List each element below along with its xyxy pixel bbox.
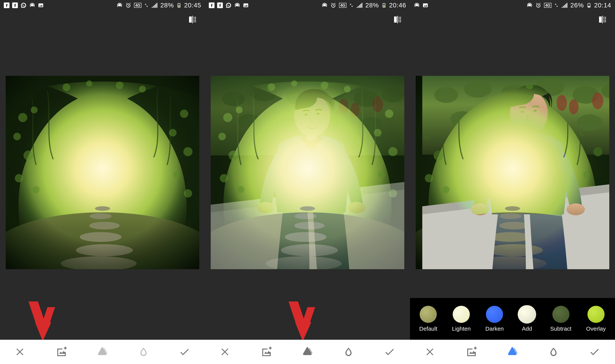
styles-button[interactable] <box>506 345 519 359</box>
blend-mode-lighten[interactable]: Lighten <box>452 306 471 332</box>
data-updown-icon <box>144 3 149 8</box>
status-bar: 4G 28% 20:45 <box>0 0 205 11</box>
screenshot-panel-2: 4G 28% 20:46 <box>205 0 410 364</box>
data-updown-icon <box>554 3 559 8</box>
network-badge: 4G <box>134 3 141 8</box>
facebook-icon <box>217 2 223 8</box>
alarm-icon <box>330 2 336 8</box>
confirm-button[interactable] <box>383 345 396 359</box>
confirm-button[interactable] <box>588 345 601 359</box>
hotspot-icon <box>234 2 240 8</box>
screenshot-panel-3: 4G 26% 20:14 Default <box>410 0 615 364</box>
styles-button[interactable] <box>301 345 314 359</box>
bottom-toolbar <box>410 340 615 364</box>
battery-icon <box>587 2 591 9</box>
hotspot-icon <box>29 2 35 8</box>
blend-mode-darken[interactable]: Darken <box>485 306 504 332</box>
hotspot-icon <box>322 2 328 8</box>
editor-canvas[interactable] <box>211 76 404 269</box>
clock: 20:14 <box>594 1 611 9</box>
editor-canvas[interactable] <box>6 76 199 269</box>
facebook-icon <box>12 2 18 8</box>
battery-percent: 28% <box>160 1 174 9</box>
bottom-toolbar <box>205 340 410 364</box>
editor-canvas[interactable] <box>416 76 609 269</box>
blend-mode-add[interactable]: Add <box>518 306 535 332</box>
blend-mode-bar: Default Lighten Darken Add Subtract Over… <box>410 298 615 340</box>
hotspot-icon <box>414 2 420 8</box>
signal-icon <box>356 2 363 9</box>
add-image-button[interactable] <box>260 345 273 359</box>
alarm-icon <box>125 2 131 8</box>
cancel-button[interactable] <box>424 345 437 359</box>
whatsapp-icon <box>21 2 27 8</box>
app-top-bar <box>410 11 615 29</box>
styles-button[interactable] <box>96 345 109 359</box>
data-updown-icon <box>349 3 354 8</box>
hotspot-icon <box>527 2 533 8</box>
cancel-button[interactable] <box>219 345 232 359</box>
battery-percent: 26% <box>570 1 584 9</box>
facebook-icon <box>209 2 215 8</box>
confirm-button[interactable] <box>178 345 191 359</box>
gallery-icon <box>423 2 428 8</box>
signal-icon <box>561 2 568 9</box>
add-image-button[interactable] <box>55 345 68 359</box>
status-bar: 4G 28% 20:46 <box>205 0 410 11</box>
blend-mode-overlay[interactable]: Overlay <box>586 306 606 332</box>
cancel-button[interactable] <box>14 345 27 359</box>
network-badge: 4G <box>544 3 551 8</box>
alarm-icon <box>535 2 541 8</box>
bottom-toolbar <box>0 340 205 364</box>
whatsapp-icon <box>225 2 232 8</box>
add-image-button[interactable] <box>465 345 478 359</box>
gallery-icon <box>243 2 249 8</box>
opacity-button[interactable] <box>342 345 355 359</box>
annotation-arrow <box>285 299 319 343</box>
clock: 20:45 <box>184 1 201 9</box>
annotation-arrow <box>25 299 59 343</box>
facebook-icon <box>4 2 10 8</box>
battery-charging-icon <box>382 2 386 9</box>
compare-icon[interactable] <box>598 15 607 25</box>
blend-mode-default[interactable]: Default <box>419 306 437 332</box>
gallery-icon <box>38 2 44 8</box>
network-badge: 4G <box>339 3 346 8</box>
status-bar: 4G 26% 20:14 <box>410 0 615 11</box>
opacity-button[interactable] <box>137 345 150 359</box>
hotspot-icon <box>117 2 123 8</box>
compare-icon[interactable] <box>188 15 197 25</box>
opacity-button[interactable] <box>547 345 560 359</box>
blend-mode-subtract[interactable]: Subtract <box>550 306 572 332</box>
compare-icon[interactable] <box>393 15 402 25</box>
app-top-bar <box>205 11 410 29</box>
app-top-bar <box>0 11 205 29</box>
clock: 20:46 <box>389 1 406 9</box>
screenshot-panel-1: 4G 28% 20:45 <box>0 0 205 364</box>
battery-charging-icon <box>177 2 181 9</box>
signal-icon <box>151 2 158 9</box>
battery-percent: 28% <box>365 1 379 9</box>
